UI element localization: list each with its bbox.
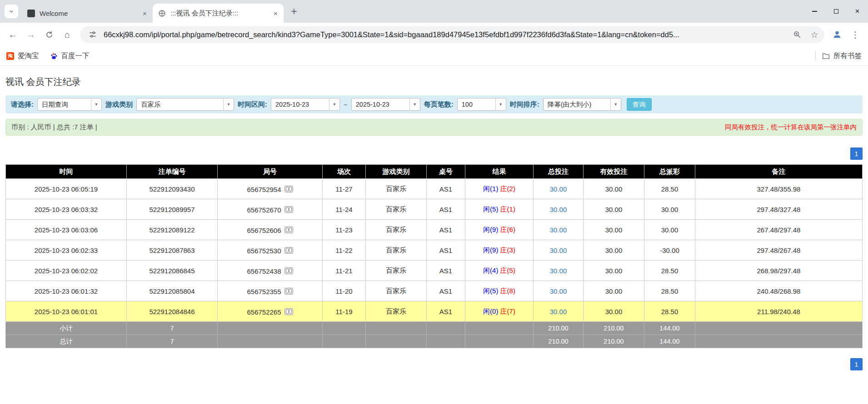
bookmark-aitaobao[interactable]: 淘 爱淘宝	[6, 51, 39, 61]
tab-betrecord[interactable]: :::视讯 会员下注纪录::: ×	[153, 4, 284, 23]
refresh-button[interactable]	[41, 26, 57, 43]
minimize-button[interactable]	[804, 0, 825, 23]
round-detail-icon[interactable]	[284, 288, 293, 295]
round-cell: 656752265	[218, 301, 323, 322]
time-cell: 2025-10-23 06:01:01	[6, 301, 127, 322]
table-row: 2025-10-23 06:03:32522912089957656752670…	[6, 199, 863, 220]
total-bet-link[interactable]: 30.00	[550, 206, 567, 213]
url-bar[interactable]: 66cxkj98.com/ipl/portal.php/game/betreco…	[80, 26, 824, 43]
summary-cell	[695, 335, 863, 348]
query-type-select[interactable]: 日期查询 ▼	[37, 98, 102, 111]
url-text[interactable]: 66cxkj98.com/ipl/portal.php/game/betreco…	[104, 30, 786, 39]
maximize-button[interactable]	[825, 0, 847, 23]
table-no-cell: AS1	[427, 220, 465, 240]
summary-cell	[218, 322, 323, 335]
new-tab-button[interactable]: +	[287, 5, 301, 18]
search-button[interactable]: 查询	[627, 98, 652, 111]
chevron-down-icon[interactable]: ▼	[223, 99, 234, 110]
bet-records-table: 时间注单编号局号场次游戏类别桌号结果总投注有效投注总派彩备注 2025-10-2…	[5, 164, 863, 348]
table-row: 2025-10-23 06:01:01522912084846656752265…	[6, 301, 863, 322]
summary-cell: 总计	[6, 335, 127, 348]
game-type-value: 百家乐	[137, 99, 223, 110]
round-detail-icon[interactable]	[284, 206, 293, 213]
table-no-cell: AS1	[427, 179, 465, 199]
date-range-tilde: ~	[344, 101, 348, 108]
page-1-button[interactable]: 1	[850, 358, 863, 370]
total-bet-link[interactable]: 30.00	[550, 226, 567, 234]
round-cell: 656752530	[218, 240, 323, 261]
valid-bet-cell: 30.00	[584, 199, 644, 220]
tab-close-icon[interactable]: ×	[271, 9, 280, 18]
summary-cell	[465, 322, 534, 335]
total-bet-link[interactable]: 30.00	[550, 308, 567, 315]
round-detail-icon[interactable]	[284, 247, 293, 254]
bookmark-label: 爱淘宝	[18, 51, 39, 61]
round-number: 656752438	[247, 267, 281, 275]
all-bookmarks-button[interactable]: 所有书签	[822, 51, 862, 61]
bookmark-star-icon[interactable]: ☆	[808, 28, 821, 41]
chevron-down-icon	[9, 9, 14, 14]
tab-close-icon[interactable]: ×	[140, 9, 149, 18]
game-type-select[interactable]: 百家乐 ▼	[136, 98, 234, 111]
bookmark-baidu[interactable]: 百度一下	[50, 51, 90, 61]
result-cell: 闲(9) 庄(6)	[465, 220, 534, 240]
forward-button[interactable]: →	[23, 26, 39, 43]
summary-cell: 7	[127, 335, 218, 348]
bet-id-cell: 522912089122	[127, 220, 218, 240]
summary-cell: 7	[127, 322, 218, 335]
bet-table-head-row: 时间注单编号局号场次游戏类别桌号结果总投注有效投注总派彩备注	[6, 165, 863, 179]
chevron-down-icon[interactable]: ▼	[329, 99, 339, 110]
date-to-select[interactable]: 2025-10-23 ▼	[351, 98, 420, 111]
column-header: 时间	[6, 165, 127, 179]
valid-bet-note-text: 同局有效投注，统一计算在该局第一张注单内	[725, 123, 857, 132]
zoom-icon[interactable]	[791, 28, 803, 41]
valid-bet-cell: 30.00	[584, 240, 644, 261]
payout-cell: 28.50	[644, 301, 695, 322]
minimize-icon	[812, 11, 817, 12]
banker-result: 庄(3)	[500, 246, 515, 254]
currency-summary-text: 币别 : 人民币 | 总共 :7 注单 |	[11, 123, 97, 132]
summary-cell: 144.00	[644, 335, 695, 348]
profile-icon[interactable]	[829, 26, 845, 43]
page-1-button[interactable]: 1	[850, 148, 863, 160]
chevron-down-icon[interactable]: ▼	[610, 99, 621, 110]
result-cell: 闲(5) 庄(8)	[465, 281, 534, 301]
sort-order-select[interactable]: 降幂(由大到小) ▼	[543, 98, 621, 111]
banker-result: 庄(1)	[500, 205, 515, 213]
summary-cell: 210.00	[584, 335, 644, 348]
tab-search-button[interactable]	[5, 5, 18, 18]
site-info-icon[interactable]	[86, 28, 99, 41]
back-button[interactable]: ←	[5, 26, 21, 43]
menu-kebab-icon[interactable]: ⋮	[847, 26, 863, 43]
total-bet-link[interactable]: 30.00	[550, 246, 567, 254]
chevron-down-icon[interactable]: ▼	[91, 99, 101, 110]
chevron-down-icon[interactable]: ▼	[495, 99, 506, 110]
round-detail-icon[interactable]	[284, 186, 293, 192]
summary-cell	[465, 335, 534, 348]
chevron-down-icon[interactable]: ▼	[409, 99, 420, 110]
total-bet-cell: 30.00	[534, 281, 584, 301]
pagination-top: 1	[5, 148, 863, 160]
column-header: 总投注	[534, 165, 584, 179]
summary-bar: 币别 : 人民币 | 总共 :7 注单 | 同局有效投注，统一计算在该局第一张注…	[5, 119, 863, 136]
valid-bet-cell: 30.00	[584, 301, 644, 322]
tab-welcome[interactable]: Welcome ×	[22, 4, 153, 23]
total-bet-cell: 30.00	[534, 301, 584, 322]
payout-cell: 30.00	[644, 220, 695, 240]
note-cell: 327.48/355.98	[695, 179, 863, 199]
home-button[interactable]: ⌂	[59, 26, 75, 43]
total-bet-link[interactable]: 30.00	[550, 267, 567, 275]
summary-cell	[695, 322, 863, 335]
page-size-select[interactable]: 100 ▼	[457, 98, 506, 111]
result-cell: 闲(1) 庄(2)	[465, 179, 534, 199]
round-detail-icon[interactable]	[284, 267, 293, 274]
round-detail-icon[interactable]	[284, 227, 293, 233]
date-from-select[interactable]: 2025-10-23 ▼	[271, 98, 340, 111]
table-row: 2025-10-23 06:02:33522912087863656752530…	[6, 240, 863, 261]
close-window-button[interactable]: ×	[847, 0, 868, 23]
total-bet-link[interactable]: 30.00	[550, 287, 567, 295]
all-bookmarks-label: 所有书签	[833, 51, 862, 61]
total-bet-cell: 30.00	[534, 261, 584, 281]
total-bet-link[interactable]: 30.00	[550, 185, 567, 193]
round-detail-icon[interactable]	[284, 308, 293, 315]
